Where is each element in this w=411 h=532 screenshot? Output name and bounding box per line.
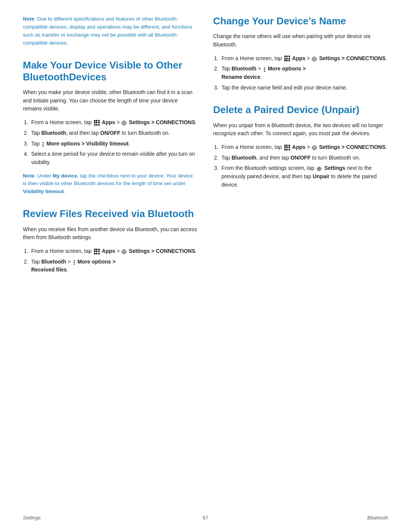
- onoff-label: ON/OFF: [100, 130, 120, 136]
- svg-point-1: [123, 122, 125, 124]
- list-item: From a Home screen, tap Apps >: [30, 247, 198, 256]
- list-item: From a Home screen, tap Apps >: [220, 54, 388, 63]
- footer-left: Settings: [23, 515, 41, 521]
- apps-label: Apps: [102, 119, 115, 125]
- settings-icon: [121, 120, 127, 125]
- list-item: From the Bluetooth settings screen, tap …: [220, 164, 388, 189]
- my-device-label: My device: [53, 173, 77, 179]
- list-item: From a Home screen, tap Apps >: [220, 143, 388, 152]
- section-change-name-title: Change Your Device’s Name: [213, 15, 388, 27]
- settings-connections-label-2: Settings > CONNECTIONS: [129, 248, 195, 254]
- list-item: Tap Bluetooth, and then tap ON/OFF to tu…: [220, 154, 388, 162]
- settings-icon-3: [312, 56, 317, 61]
- section-visible-intro: When you make your device visible, other…: [23, 88, 198, 113]
- svg-point-18: [312, 57, 317, 61]
- svg-point-10: [123, 251, 125, 253]
- note-text: : Due to different specifications and fe…: [23, 16, 193, 46]
- apps-icon-4: [284, 145, 290, 150]
- svg-point-19: [314, 58, 315, 60]
- settings-connections-label: Settings > CONNECTIONS: [129, 119, 195, 125]
- visibility-timeout-label: Visibility timeout: [23, 189, 64, 194]
- section-visible: Make Your Device Visible to Other Blueto…: [23, 59, 198, 196]
- apps-icon: [94, 120, 100, 126]
- section-review-title: Review Files Received via Bluetooth: [23, 208, 198, 220]
- page: Note: Due to different specifications an…: [0, 0, 411, 532]
- svg-point-15: [73, 260, 75, 261]
- onoff-label-2: ON/OFF: [290, 155, 311, 161]
- top-note: Note: Due to different specifications an…: [23, 15, 198, 47]
- section-review-intro: When you receive files from another devi…: [23, 225, 198, 242]
- note-label-2: Note: [23, 173, 34, 179]
- footer-center: 67: [203, 515, 208, 521]
- svg-point-25: [264, 69, 265, 70]
- svg-point-27: [312, 146, 317, 150]
- more-options-icon-2: [73, 259, 76, 265]
- apps-icon-2: [94, 249, 100, 254]
- svg-point-26: [264, 71, 265, 72]
- svg-point-24: [264, 67, 265, 69]
- more-options-icon: [41, 141, 45, 147]
- list-item: Tap Bluetooth > More options >Received f…: [30, 258, 198, 274]
- list-item: From a Home screen, tap Apps >: [30, 118, 198, 127]
- left-column: Note: Due to different specifications an…: [23, 15, 198, 280]
- section-review-steps: From a Home screen, tap Apps >: [30, 247, 198, 274]
- list-item: Select a time period for your device to …: [30, 150, 198, 166]
- list-item: Tap More options > Visibility timeout.: [30, 140, 198, 148]
- apps-label-4: Apps: [292, 144, 306, 150]
- section-unpair-intro: When you unpair from a Bluetooth device,…: [213, 121, 388, 138]
- footer-right: Bluetooth: [367, 515, 388, 521]
- section-unpair-steps: From a Home screen, tap Apps >: [220, 143, 388, 189]
- note-label: Note: [23, 16, 34, 22]
- bluetooth-label-2: Bluetooth: [41, 259, 66, 265]
- svg-point-7: [43, 144, 44, 145]
- bluetooth-label: Bluetooth: [41, 130, 66, 136]
- settings-label: Settings: [324, 165, 345, 171]
- visible-note: Note: Under My device, tap the checkbox …: [23, 172, 198, 196]
- section-visible-title: Make Your Device Visible to Other Blueto…: [23, 59, 198, 83]
- more-options-label: More options > Visibility timeout: [46, 141, 129, 147]
- apps-label-2: Apps: [102, 248, 115, 254]
- apps-label-3: Apps: [292, 55, 306, 61]
- section-visible-steps: From a Home screen, tap Apps >: [30, 118, 198, 166]
- section-review: Review Files Received via Bluetooth When…: [23, 208, 198, 274]
- section-change-name-steps: From a Home screen, tap Apps >: [220, 54, 388, 92]
- bluetooth-label-4: Bluetooth: [231, 155, 256, 161]
- section-unpair-title: Delete a Paired Device (Unpair): [213, 104, 388, 116]
- settings-connections-label-4: Settings > CONNECTIONS: [319, 144, 386, 150]
- right-column: Change Your Device’s Name Change the nam…: [213, 15, 388, 280]
- svg-point-16: [73, 262, 75, 263]
- bluetooth-label-3: Bluetooth: [231, 66, 256, 72]
- apps-icon-3: [284, 56, 290, 61]
- svg-point-6: [43, 142, 44, 143]
- list-item: Tap Bluetooth, and then tap ON/OFF to tu…: [30, 129, 198, 137]
- more-options-icon-3: [263, 67, 266, 72]
- svg-point-28: [314, 147, 315, 149]
- settings-icon-4: [312, 145, 317, 150]
- settings-connections-label-3: Settings > CONNECTIONS: [319, 55, 386, 61]
- list-item: Tap Bluetooth > More options >Rename dev…: [220, 65, 388, 81]
- section-change-name-intro: Change the name others will use when pai…: [213, 32, 388, 49]
- svg-point-8: [43, 145, 44, 147]
- settings-icon-2: [121, 249, 127, 254]
- section-change-name: Change Your Device’s Name Change the nam…: [213, 15, 388, 92]
- list-item: Tap the device name field and edit your …: [220, 84, 388, 92]
- svg-point-17: [73, 264, 75, 265]
- gear-icon: [317, 166, 322, 171]
- section-unpair: Delete a Paired Device (Unpair) When you…: [213, 104, 388, 189]
- svg-point-9: [122, 250, 126, 254]
- unpair-label: Unpair: [313, 173, 330, 179]
- svg-point-0: [122, 121, 126, 125]
